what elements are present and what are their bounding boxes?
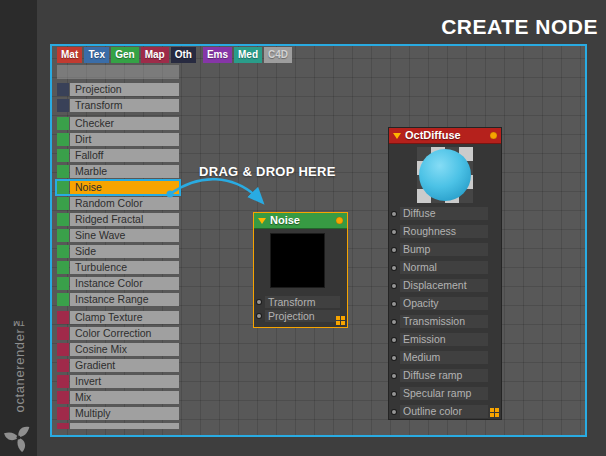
input-port-icon[interactable] [392,338,396,342]
node-input-opacity: Opacity [389,297,501,310]
list-item-clamp-texture[interactable]: Clamp Texture [57,311,179,324]
node-type-icon [57,83,69,96]
node-type-icon [57,229,69,242]
list-item-marble[interactable]: Marble [57,165,179,178]
list-item-partial[interactable] [57,423,179,429]
list-item-label: Sine Wave [70,229,179,242]
collapse-triangle-icon[interactable] [258,218,266,224]
tab-mat[interactable]: Mat [57,47,82,63]
tab-map[interactable]: Map [141,47,169,63]
input-port-icon[interactable] [392,230,396,234]
node-input-transmission: Transmission [389,315,501,328]
node-type-icon [57,181,69,194]
list-item-label: Color Correction [70,327,179,340]
list-item-label: Dirt [70,133,179,146]
node-type-icon [57,375,69,388]
list-section-operators: Clamp TextureColor CorrectionCosine MixG… [57,311,179,429]
list-item-instance-range[interactable]: Instance Range [57,293,179,306]
list-item-turbulence[interactable]: Turbulence [57,261,179,274]
node-input-normal: Normal [389,261,501,274]
input-port-icon[interactable] [392,320,396,324]
node-input-bump: Bump [389,243,501,256]
input-label: Transmission [400,315,488,328]
list-item-label: Mix [70,391,179,404]
list-item-checker[interactable]: Checker [57,117,179,130]
list-item-transform[interactable]: Transform [57,99,179,112]
input-port-icon[interactable] [392,266,396,270]
node-input-roughness: Roughness [389,225,501,238]
resize-dot [495,413,499,417]
output-port-icon[interactable] [490,132,497,139]
noise-node[interactable]: Noise TransformProjection [253,212,348,328]
list-item-mix[interactable]: Mix [57,391,179,404]
input-port-icon[interactable] [392,356,396,360]
list-item-label: Checker [70,117,179,130]
resize-dot [336,316,340,320]
list-item-label: Instance Range [70,293,179,306]
input-port-icon[interactable] [257,314,261,318]
list-item-projection[interactable]: Projection [57,83,179,96]
tab-group-gap [198,55,201,56]
input-label: Outline color [400,405,488,418]
input-port-icon[interactable] [392,248,396,252]
node-type-icon [57,277,69,290]
tab-tex[interactable]: Tex [84,47,109,63]
noise-node-header[interactable]: Noise [254,213,347,229]
input-port-icon[interactable] [392,374,396,378]
node-type-icon [57,391,69,404]
node-type-icon [57,133,69,146]
input-port-icon[interactable] [392,212,396,216]
list-item-label: Marble [70,165,179,178]
input-port-icon[interactable] [392,410,396,414]
list-item-noise[interactable]: Noise [57,181,179,194]
tab-gen[interactable]: Gen [111,47,138,63]
list-item-dirt[interactable]: Dirt [57,133,179,146]
list-item-side[interactable]: Side [57,245,179,258]
input-port-icon[interactable] [257,300,261,304]
node-input-diffuse: Diffuse [389,207,501,220]
list-item-invert[interactable]: Invert [57,375,179,388]
output-port-icon[interactable] [336,217,343,224]
resize-dot [495,408,499,412]
input-label: Displacement [400,279,488,292]
input-label: Projection [265,310,340,322]
list-item-multiply[interactable]: Multiply [57,407,179,420]
list-item-label: Turbulence [70,261,179,274]
resize-handle-icon[interactable] [490,408,499,417]
tab-oth[interactable]: Oth [171,47,196,63]
input-label: Emission [400,333,488,346]
resize-dot [336,321,340,325]
list-item-label: Transform [70,99,179,112]
input-port-icon[interactable] [392,392,396,396]
node-type-icon [57,99,69,112]
input-label: Diffuse ramp [400,369,488,382]
octanerender-logo-text: octanerender™ [11,313,26,412]
node-type-icon [57,165,69,178]
list-item-falloff[interactable]: Falloff [57,149,179,162]
node-inputs: TransformProjection [254,296,347,322]
list-item-color-correction[interactable]: Color Correction [57,327,179,340]
node-input-diffuse-ramp: Diffuse ramp [389,369,501,382]
node-type-icon [57,343,69,356]
list-item-ridged-fractal[interactable]: Ridged Fractal [57,213,179,226]
list-item-cosine-mix[interactable]: Cosine Mix [57,343,179,356]
node-type-icon [57,327,69,340]
octdiffuse-node[interactable]: OctDiffuse DiffuseRoughnessBumpNormalDis… [388,127,502,420]
input-port-icon[interactable] [392,302,396,306]
list-item-sine-wave[interactable]: Sine Wave [57,229,179,242]
list-item-label: Falloff [70,149,179,162]
resize-dot [341,321,345,325]
octdiffuse-node-header[interactable]: OctDiffuse [389,128,501,144]
input-port-icon[interactable] [392,284,396,288]
collapse-triangle-icon[interactable] [393,133,401,139]
resize-handle-icon[interactable] [336,316,345,325]
tab-c4d[interactable]: C4D [264,47,292,63]
list-item-random-color[interactable]: Random Color [57,197,179,210]
list-item-instance-color[interactable]: Instance Color [57,277,179,290]
node-editor-panel: MatTexGenMapOthEmsMedC4D ProjectionTrans… [50,44,587,437]
node-type-list: ProjectionTransformCheckerDirtFalloffMar… [57,83,179,434]
list-item-gradient[interactable]: Gradient [57,359,179,372]
tab-med[interactable]: Med [234,47,262,63]
tab-ems[interactable]: Ems [203,47,232,63]
drag-drop-annotation: DRAG & DROP HERE [199,164,336,179]
